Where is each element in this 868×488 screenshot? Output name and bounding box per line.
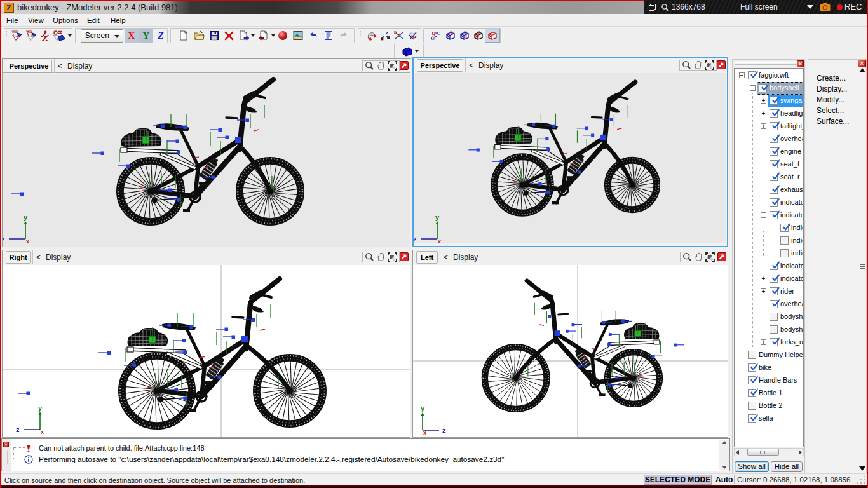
svg-text:z: z [442,426,446,434]
svg-text:y: y [24,214,28,221]
svg-text:z: z [414,235,417,243]
svg-text:y: y [435,214,440,221]
svg-text:z: z [3,235,5,243]
svg-text:x: x [423,430,426,436]
svg-text:y: y [38,404,43,412]
svg-text:x: x [438,238,441,243]
svg-text:x: x [41,429,44,435]
svg-text:x: x [26,238,29,245]
svg-text:z: z [16,426,20,433]
svg-text:y: y [421,405,425,412]
